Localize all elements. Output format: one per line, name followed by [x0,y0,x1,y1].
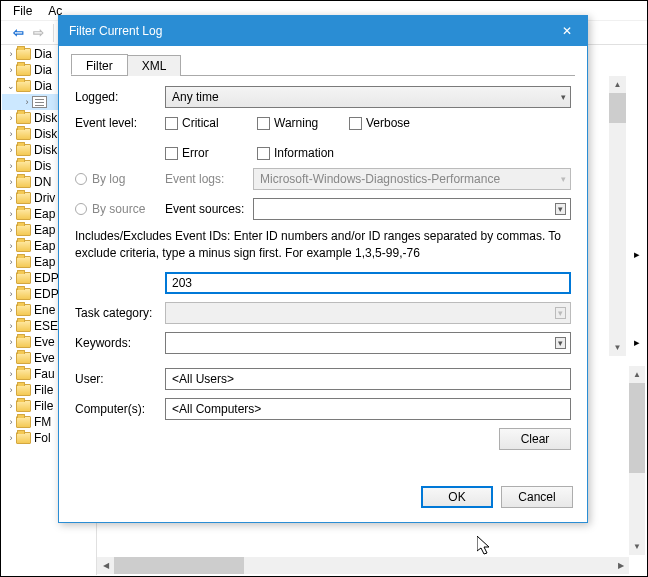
folder-icon [16,112,31,124]
tree-expander-icon[interactable]: › [6,385,16,395]
close-icon: ✕ [562,24,572,38]
tree-item-label: Eap [34,223,55,237]
tree-expander-icon[interactable]: › [6,193,16,203]
actions-scrollbar[interactable]: ▲ ▼ [629,366,645,555]
checkbox-critical-label: Critical [182,116,219,130]
checkbox-error-label: Error [182,146,209,160]
ok-button[interactable]: OK [421,486,493,508]
user-value: <All Users> [172,372,234,386]
tree-expander-icon[interactable]: › [6,337,16,347]
folder-icon [16,368,31,380]
checkbox-error[interactable]: Error [165,146,237,160]
tree-expander-icon[interactable]: › [6,305,16,315]
tree-expander-icon[interactable]: › [6,353,16,363]
tree-item-label: Driv [34,191,55,205]
checkbox-critical[interactable]: Critical [165,116,237,130]
folder-icon [16,320,31,332]
event-sources-dropdown[interactable]: ▾ [253,198,571,220]
tree-expander-icon[interactable]: › [6,273,16,283]
checkbox-warning-label: Warning [274,116,318,130]
event-id-description: Includes/Excludes Event IDs: Enter ID nu… [75,228,571,262]
tree-expander-icon[interactable]: › [6,113,16,123]
checkbox-verbose-label: Verbose [366,116,410,130]
hscroll-left-icon[interactable]: ◀ [97,557,114,574]
tree-expander-icon[interactable]: › [6,241,16,251]
scroll-up-icon[interactable]: ▲ [609,76,626,93]
checkbox-verbose[interactable]: Verbose [349,116,421,130]
actions-scroll-up-icon[interactable]: ▲ [629,366,645,383]
checkbox-icon [165,117,178,130]
folder-icon [16,256,31,268]
tree-item-label: ESE [34,319,58,333]
actions-scroll-thumb[interactable] [629,383,645,473]
folder-icon [16,128,31,140]
tab-filter[interactable]: Filter [71,54,128,75]
action-arrow-2[interactable]: ▸ [629,334,645,350]
clear-button[interactable]: Clear [499,428,571,450]
label-keywords: Keywords: [75,336,165,350]
tree-item-label: Ene [34,303,55,317]
logged-value: Any time [172,90,219,104]
computers-value: <All Computers> [172,402,261,416]
tree-expander-icon[interactable]: › [6,321,16,331]
event-logs-value: Microsoft-Windows-Diagnostics-Performanc… [260,172,500,186]
tab-xml[interactable]: XML [127,55,182,76]
tree-item-label: Eve [34,335,55,349]
tree-expander-icon[interactable]: › [6,177,16,187]
keywords-dropdown[interactable]: ▾ [165,332,571,354]
tree-expander-icon[interactable]: › [6,369,16,379]
chevron-down-icon: ▾ [555,203,566,215]
horizontal-scrollbar[interactable]: ◀ ▶ [97,557,629,574]
tree-expander-icon[interactable]: › [6,257,16,267]
checkbox-information-label: Information [274,146,334,160]
tree-expander-icon[interactable]: › [6,65,16,75]
actions-panel-strip: ▸ ▸ ▲ ▼ [628,46,646,575]
folder-icon [16,384,31,396]
label-event-level: Event level: [75,116,165,130]
tree-expander-icon[interactable]: › [6,401,16,411]
checkbox-icon [257,117,270,130]
tree-item-label: Dia [34,79,52,93]
folder-icon [16,352,31,364]
vertical-scrollbar[interactable]: ▲ ▼ [609,76,626,356]
menu-file[interactable]: File [5,2,40,20]
scroll-thumb[interactable] [609,93,626,123]
tree-expander-icon[interactable]: › [6,209,16,219]
event-id-value: 203 [172,276,192,290]
chevron-down-icon: ▾ [561,92,566,102]
tree-item-label: FM [34,415,51,429]
tree-expander-icon[interactable]: › [6,145,16,155]
tree-expander-icon[interactable]: › [6,49,16,59]
actions-scroll-down-icon[interactable]: ▼ [629,538,645,555]
task-category-dropdown: ▾ [165,302,571,324]
tree-expander-icon[interactable]: › [6,129,16,139]
hscroll-thumb[interactable] [114,557,244,574]
tree-expander-icon[interactable]: › [22,97,32,107]
nav-back-icon[interactable]: ⇦ [9,24,27,42]
tree-expander-icon[interactable]: › [6,161,16,171]
label-task-category: Task category: [75,306,165,320]
close-button[interactable]: ✕ [547,16,587,46]
user-input[interactable]: <All Users> [165,368,571,390]
checkbox-warning[interactable]: Warning [257,116,329,130]
tabstrip: Filter XML [71,54,575,76]
checkbox-information[interactable]: Information [257,146,357,160]
tree-expander-icon[interactable]: › [6,433,16,443]
radio-by-log [75,173,87,185]
computers-input[interactable]: <All Computers> [165,398,571,420]
tree-expander-icon[interactable]: › [6,225,16,235]
logged-dropdown[interactable]: Any time ▾ [165,86,571,108]
tree-expander-icon[interactable]: › [6,289,16,299]
dialog-titlebar[interactable]: Filter Current Log ✕ [59,16,587,46]
scroll-down-icon[interactable]: ▼ [609,339,626,356]
event-id-input[interactable]: 203 [165,272,571,294]
tree-expander-icon[interactable]: ⌄ [6,81,16,91]
tree-expander-icon[interactable]: › [6,417,16,427]
dialog-title: Filter Current Log [69,24,547,38]
label-logged: Logged: [75,90,165,104]
radio-by-source [75,203,87,215]
hscroll-right-icon[interactable]: ▶ [612,557,629,574]
tree-item-label: EDP [34,271,59,285]
action-arrow-1[interactable]: ▸ [629,246,645,262]
cancel-button[interactable]: Cancel [501,486,573,508]
